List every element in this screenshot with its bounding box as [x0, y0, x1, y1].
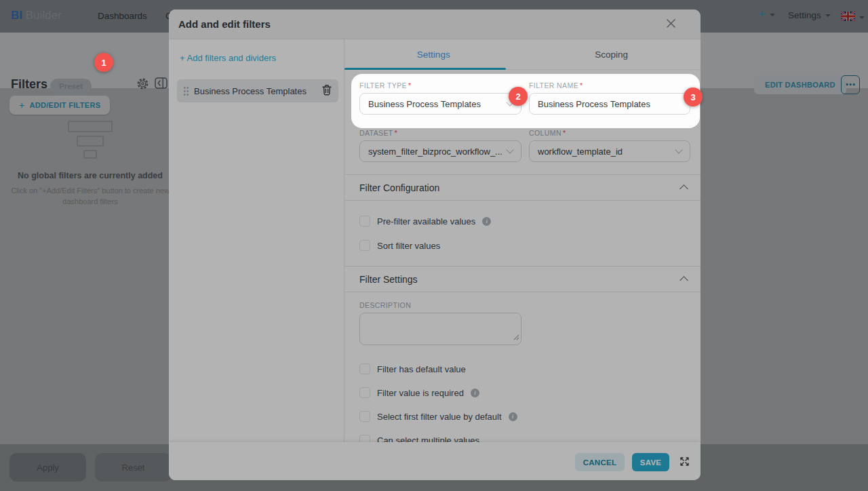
modal-header: Add and edit filters — [169, 9, 701, 39]
modal-filter-list: + Add filters and dividers Business Proc… — [169, 39, 344, 442]
column-label: COLUMN* — [529, 129, 566, 137]
prefilter-checkbox[interactable] — [359, 216, 370, 227]
section-filter-configuration[interactable]: Filter Configuration — [359, 182, 439, 193]
filter-name-field-wrap — [529, 93, 690, 115]
modal-tabs: Settings Scoping — [344, 39, 701, 70]
sort-values-checkbox[interactable] — [359, 240, 370, 251]
drag-handle-icon[interactable] — [183, 86, 189, 96]
checkbox-row: Select first filter value by default i — [359, 411, 517, 422]
app-logo[interactable]: BI Builder — [11, 9, 62, 22]
description-area-wrap — [359, 313, 521, 345]
divider — [344, 292, 701, 292]
apply-button[interactable]: Apply — [9, 453, 86, 482]
tour-step-badge-1: 1 — [94, 53, 113, 72]
resize-grip-icon[interactable] — [513, 331, 519, 343]
close-button[interactable] — [665, 18, 677, 31]
modal-title: Add and edit filters — [178, 18, 271, 30]
placeholder-rect — [77, 136, 104, 146]
chevron-down-icon — [675, 146, 682, 153]
tour-step-badge-3: 3 — [684, 87, 703, 106]
filter-type-label: FILTER TYPE* — [359, 81, 411, 90]
topbar-settings-menu[interactable]: Settings — [788, 10, 831, 20]
placeholder-rect — [68, 121, 113, 132]
collapse-panel-button[interactable] — [155, 77, 167, 91]
required-asterisk: * — [395, 129, 398, 137]
checkbox-row: Filter has default value — [359, 364, 466, 374]
delete-filter-button[interactable] — [321, 84, 332, 98]
reset-button[interactable]: Reset — [95, 453, 172, 482]
tour-step-badge-2: 2 — [509, 87, 528, 106]
tab-settings[interactable]: Settings — [344, 39, 523, 69]
filter-list-item[interactable]: Business Process Templates — [177, 79, 338, 102]
expand-icon — [679, 458, 690, 469]
active-tab-underline — [344, 68, 506, 70]
logo-builder: Builder — [26, 9, 62, 22]
dataset-select[interactable]: system_filter_bizproc_workflow_... — [359, 140, 521, 162]
required-asterisk: * — [408, 81, 412, 90]
checkbox-row: Filter value is required i — [359, 387, 479, 398]
select-first-value-checkbox[interactable] — [359, 411, 370, 422]
logo-bi: BI — [11, 9, 22, 22]
gear-icon — [136, 82, 149, 92]
ellipsis-icon: ⋯ — [846, 79, 856, 90]
checkbox-row: Pre-filter available values i — [359, 216, 491, 227]
tab-scoping[interactable]: Scoping — [523, 39, 701, 69]
more-options-button[interactable]: ⋯ — [841, 75, 860, 94]
preset-badge: Preset — [50, 79, 92, 94]
edit-dashboard-button[interactable]: EDIT DASHBOARD — [754, 75, 846, 94]
required-asterisk: * — [563, 129, 566, 137]
settings-gear-button[interactable] — [136, 77, 149, 92]
nav-item-dashboards[interactable]: Dashboards — [98, 11, 147, 21]
topbar-add-menu[interactable]: + — [758, 7, 775, 22]
column-select[interactable]: workflow_template_id — [529, 140, 690, 162]
collapse-panel-icon — [155, 81, 167, 91]
save-button[interactable]: SAVE — [632, 453, 669, 471]
chevron-up-icon[interactable] — [679, 276, 688, 285]
info-icon[interactable]: i — [509, 412, 517, 421]
fullscreen-button[interactable] — [679, 456, 690, 469]
page-title: Filters — [11, 77, 47, 92]
filter-name-input[interactable] — [529, 93, 690, 115]
add-edit-filters-modal: Add and edit filters + Add filters and d… — [169, 9, 701, 480]
info-icon[interactable]: i — [471, 389, 479, 397]
required-asterisk: * — [580, 81, 583, 90]
plus-icon: + — [758, 7, 766, 21]
trash-icon — [321, 87, 332, 98]
empty-state-caption: Click on "+Add/Edit Filters" button to c… — [5, 186, 175, 208]
close-icon — [666, 20, 676, 31]
add-edit-filters-button[interactable]: + ADD/EDIT FILTERS — [9, 96, 110, 115]
dataset-label: DATASET* — [359, 129, 397, 137]
default-value-checkbox[interactable] — [359, 364, 370, 374]
checkbox-row: Sort filter values — [359, 240, 440, 251]
description-label: DESCRIPTION — [359, 301, 411, 309]
chevron-down-icon — [859, 16, 865, 19]
placeholder-rect — [83, 150, 97, 159]
add-filters-dividers-link[interactable]: + Add filters and dividers — [180, 53, 276, 63]
uk-flag-icon — [841, 12, 855, 24]
section-filter-settings[interactable]: Filter Settings — [359, 274, 418, 285]
filter-list-item-label: Business Process Templates — [194, 86, 321, 96]
filter-name-label: FILTER NAME* — [529, 81, 583, 90]
value-required-checkbox[interactable] — [359, 387, 370, 398]
plus-icon: + — [19, 100, 24, 111]
chevron-down-icon — [825, 14, 831, 17]
cancel-button[interactable]: CANCEL — [575, 453, 625, 471]
info-icon[interactable]: i — [482, 217, 491, 226]
modal-footer: CANCEL SAVE — [169, 442, 701, 480]
empty-state-title: No global filters are currently added — [5, 171, 175, 180]
filter-type-select[interactable]: Business Process Templates — [359, 93, 521, 115]
empty-state: No global filters are currently added Cl… — [5, 121, 175, 208]
divider — [344, 266, 701, 267]
divider — [344, 200, 701, 201]
chevron-up-icon[interactable] — [679, 184, 688, 193]
chevron-down-icon — [506, 146, 513, 153]
divider — [344, 174, 701, 175]
language-menu[interactable] — [841, 12, 865, 24]
chevron-down-icon — [770, 14, 775, 16]
description-textarea[interactable] — [359, 313, 521, 345]
